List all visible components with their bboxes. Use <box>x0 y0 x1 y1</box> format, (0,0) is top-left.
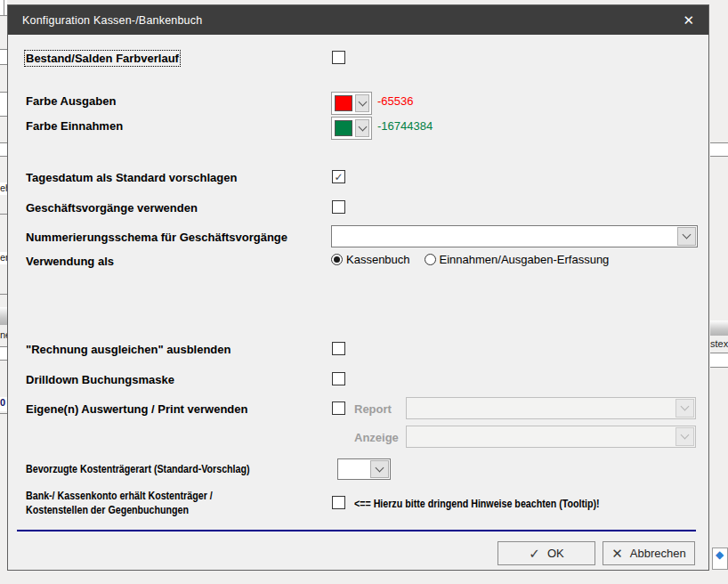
bg-text-fragment: ne <box>0 329 7 342</box>
bg-text-fragment: 0 <box>0 397 7 411</box>
bg-white-row <box>0 347 7 360</box>
combobox-nummerierungsschema[interactable] <box>331 225 698 247</box>
bg-line <box>4 0 4 15</box>
cancel-button[interactable]: ✕ Abbrechen <box>603 541 695 565</box>
bg-gradient-bar <box>710 320 728 336</box>
radio-einnahmen-ausgaben-label[interactable]: Einnahmen/Ausgaben-Erfassung <box>440 253 610 266</box>
bg-white-row <box>0 143 7 156</box>
label-tagesdatum: Tagesdatum als Standard vorschlagen <box>26 171 237 184</box>
combobox-anzeige-value <box>407 426 695 434</box>
bg-button-fragment: ◆ <box>712 548 728 570</box>
check-icon: ✓ <box>334 172 343 182</box>
label-verwendung-als: Verwendung als <box>26 255 114 268</box>
label-farbe-einnahmen: Farbe Einnahmen <box>26 119 123 133</box>
label-drilldown: Drilldown Buchungsmaske <box>26 373 174 386</box>
bg-line <box>0 116 7 117</box>
label-nummerierungsschema: Nummerierungsschema für Geschäftsvorgäng… <box>26 231 287 244</box>
bg-white-row <box>0 50 7 64</box>
bg-line <box>0 156 7 157</box>
value-farbe-einnahmen: -16744384 <box>377 119 433 133</box>
label-eigene-auswertung: Eigene(n) Auswertung / Print verwenden <box>26 402 247 416</box>
checkbox-bank-kassenkonto[interactable] <box>332 496 345 509</box>
radio-selected-dot <box>334 256 340 263</box>
chevron-down-icon[interactable] <box>355 119 369 137</box>
checkbox-tagesdatum[interactable]: ✓ <box>332 170 345 183</box>
dialog-title: Konfiguration Kassen-/Bankenbuch <box>22 14 202 27</box>
bg-line <box>0 15 7 16</box>
value-farbe-ausgaben: -65536 <box>377 94 413 108</box>
checkbox-drilldown[interactable] <box>332 372 345 385</box>
dialog-body: Bestand/Salden Farbverlauf Farbe Ausgabe… <box>8 35 708 570</box>
ok-button-label: OK <box>547 547 564 560</box>
check-icon: ✓ <box>529 546 540 562</box>
checkbox-geschaeftsvorgaenge[interactable] <box>332 200 345 214</box>
chevron-down-icon[interactable] <box>370 460 389 478</box>
label-bank-kassenkonto-line2: Kostenstellen der Gegenbuchungen <box>26 503 189 516</box>
bg-line <box>0 360 7 361</box>
x-icon: ✕ <box>611 546 623 562</box>
radio-kassenbuch[interactable] <box>331 254 343 265</box>
ok-button[interactable]: ✓ OK <box>497 541 595 565</box>
combobox-report-value <box>407 398 695 405</box>
cancel-button-label: Abbrechen <box>630 547 686 560</box>
color-picker-ausgaben[interactable] <box>331 92 372 115</box>
radio-group-verwendung: Kassenbuch Einnahmen/Ausgaben-Erfassung <box>331 253 619 266</box>
chevron-down-icon <box>675 399 694 418</box>
bg-line <box>710 367 728 368</box>
label-rechnung-ausgleichen: "Rechnung ausgleichen" ausblenden <box>26 343 231 356</box>
bg-white-row <box>710 353 728 367</box>
hint-tooltip-warning: <== Hierzu bitte dringend Hinweise beach… <box>354 497 600 510</box>
radio-kassenbuch-label[interactable]: Kassenbuch <box>346 253 410 266</box>
bg-line <box>0 64 7 65</box>
label-bestand-salden-farbverlauf: Bestand/Salden Farbverlauf <box>26 52 179 65</box>
bg-line <box>0 214 7 215</box>
bg-white-row <box>710 143 728 156</box>
label-geschaeftsvorgaenge: Geschäftsvorgänge verwenden <box>26 201 198 215</box>
color-swatch-red <box>335 95 352 111</box>
combobox-anzeige[interactable] <box>406 426 696 448</box>
bg-text-fragment: eh <box>0 182 7 195</box>
chevron-down-icon[interactable] <box>677 227 696 246</box>
label-farbe-ausgaben: Farbe Ausgaben <box>26 94 116 108</box>
label-bank-kassenkonto-line1: Bank-/ Kassenkonto erhält Kostenträger / <box>26 489 213 502</box>
divider-line <box>17 530 696 531</box>
bg-text-fragment: ern <box>0 252 7 264</box>
close-icon[interactable]: ✕ <box>669 5 708 35</box>
checkbox-eigene-auswertung[interactable] <box>332 402 345 415</box>
config-dialog: Konfiguration Kassen-/Bankenbuch ✕ Besta… <box>7 4 709 571</box>
label-kostentraegerart: Bevorzugte Kostenträgerart (Standard-Vor… <box>26 462 250 475</box>
combobox-report[interactable] <box>406 397 696 419</box>
bg-line <box>710 156 728 157</box>
bg-line <box>0 294 7 295</box>
combobox-nummerierungsschema-value <box>332 226 697 233</box>
checkbox-bestand-salden-farbverlauf[interactable] <box>332 51 345 64</box>
label-report: Report <box>354 402 392 416</box>
chevron-down-icon[interactable] <box>355 94 369 112</box>
combobox-kostentraegerart[interactable] <box>337 458 391 480</box>
dialog-titlebar[interactable]: Konfiguration Kassen-/Bankenbuch ✕ <box>8 5 708 35</box>
checkbox-rechnung-ausgleichen[interactable] <box>332 342 345 355</box>
label-anzeige: Anzeige <box>354 431 399 444</box>
bg-text-fragment: stex <box>710 338 728 352</box>
radio-einnahmen-ausgaben[interactable] <box>425 254 436 265</box>
bg-gradient-bar <box>0 307 7 325</box>
bg-white-row <box>0 93 7 116</box>
color-swatch-green <box>335 120 352 136</box>
chevron-down-icon <box>675 427 694 446</box>
bg-line <box>0 413 7 414</box>
color-picker-einnahmen[interactable] <box>331 117 372 140</box>
